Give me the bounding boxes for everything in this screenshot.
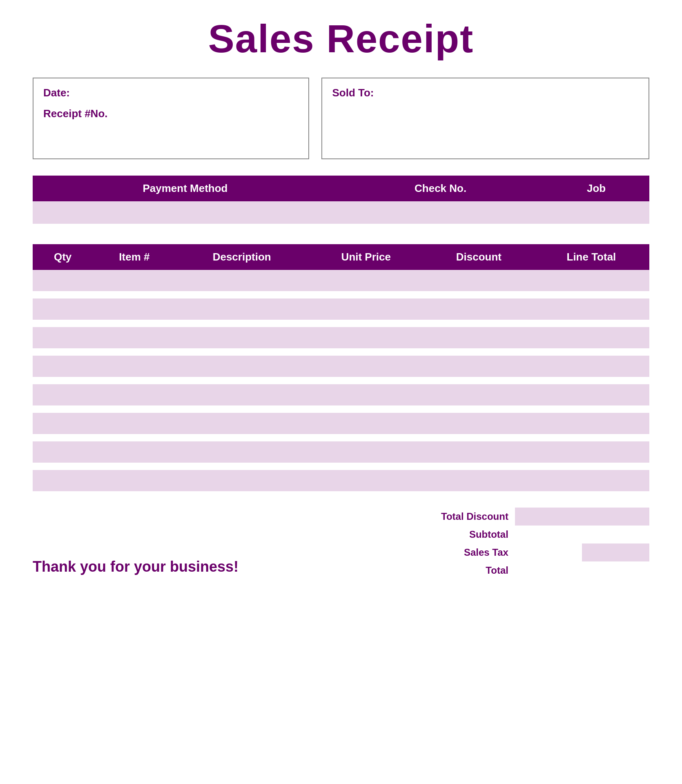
table-cell <box>93 270 176 291</box>
table-cell <box>176 270 308 291</box>
items-table: Qty Item # Description Unit Price Discou… <box>33 244 649 491</box>
subtotal-label: Subtotal <box>437 526 515 543</box>
subtotal-value <box>582 526 649 543</box>
table-row <box>33 298 649 320</box>
table-cell <box>424 413 533 434</box>
table-cell <box>176 327 308 348</box>
line-total-header: Line Total <box>533 244 649 270</box>
table-cell <box>533 327 649 348</box>
table-cell <box>533 413 649 434</box>
table-cell <box>533 384 649 405</box>
table-cell <box>176 384 308 405</box>
table-cell <box>533 298 649 320</box>
table-cell <box>424 270 533 291</box>
date-receipt-box: Date: Receipt #No. <box>33 78 309 159</box>
spacer-row <box>33 348 649 356</box>
table-cell <box>533 356 649 377</box>
sales-tax-value <box>582 543 649 561</box>
table-cell <box>308 327 424 348</box>
table-cell <box>176 413 308 434</box>
table-cell <box>93 384 176 405</box>
table-cell <box>308 356 424 377</box>
unit-price-header: Unit Price <box>308 244 424 270</box>
spacer-cell <box>33 434 649 441</box>
spacer-row <box>33 434 649 441</box>
table-cell <box>33 384 93 405</box>
table-cell <box>93 441 176 463</box>
table-row <box>33 441 649 463</box>
payment-table: Payment Method Check No. Job <box>33 176 649 224</box>
table-cell <box>93 470 176 491</box>
table-cell <box>533 441 649 463</box>
table-cell <box>93 356 176 377</box>
spacer-cell <box>33 405 649 413</box>
table-row <box>33 413 649 434</box>
sold-to-box: Sold To: <box>321 78 649 159</box>
spacer-row <box>33 377 649 384</box>
payment-method-header: Payment Method <box>33 176 338 201</box>
table-cell <box>533 470 649 491</box>
description-header: Description <box>176 244 308 270</box>
table-cell <box>33 298 93 320</box>
date-label: Date: <box>43 87 299 99</box>
spacer-cell <box>33 291 649 298</box>
table-cell <box>93 327 176 348</box>
summary-table: Total Discount Subtotal Sales Tax Total <box>437 508 649 579</box>
table-cell <box>533 270 649 291</box>
table-cell <box>424 356 533 377</box>
table-cell <box>176 298 308 320</box>
qty-header: Qty <box>33 244 93 270</box>
item-num-header: Item # <box>93 244 176 270</box>
spacer-row <box>33 291 649 298</box>
spacer-cell <box>33 463 649 470</box>
job-header: Job <box>543 176 649 201</box>
table-row <box>33 356 649 377</box>
total-discount-value <box>515 508 582 526</box>
discount-header: Discount <box>424 244 533 270</box>
table-cell <box>424 384 533 405</box>
table-cell <box>176 470 308 491</box>
table-cell <box>308 270 424 291</box>
total-value <box>582 561 649 579</box>
total-row: Total <box>437 561 649 579</box>
spacer-cell <box>33 377 649 384</box>
table-cell <box>424 327 533 348</box>
table-row <box>33 384 649 405</box>
table-cell <box>308 298 424 320</box>
table-cell <box>308 384 424 405</box>
table-cell <box>33 270 93 291</box>
table-cell <box>176 356 308 377</box>
table-cell <box>33 441 93 463</box>
check-no-cell <box>338 201 543 224</box>
items-header-row: Qty Item # Description Unit Price Discou… <box>33 244 649 270</box>
sales-tax-row: Sales Tax <box>437 543 649 561</box>
total-label: Total <box>437 561 515 579</box>
summary-section: Thank you for your business! Total Disco… <box>33 508 649 579</box>
table-cell <box>424 441 533 463</box>
total-discount-value2 <box>582 508 649 526</box>
table-cell <box>33 470 93 491</box>
spacer-row <box>33 320 649 327</box>
sold-to-label: Sold To: <box>332 87 639 99</box>
table-row <box>33 270 649 291</box>
spacer-cell <box>33 320 649 327</box>
total-spacer <box>515 561 582 579</box>
spacer-row <box>33 463 649 470</box>
total-discount-row: Total Discount <box>437 508 649 526</box>
payment-header-row: Payment Method Check No. Job <box>33 176 649 201</box>
table-cell <box>33 327 93 348</box>
table-cell <box>33 356 93 377</box>
thank-you-message: Thank you for your business! <box>33 558 238 579</box>
table-cell <box>424 470 533 491</box>
subtotal-spacer <box>515 526 582 543</box>
payment-data-row <box>33 201 649 224</box>
spacer-row <box>33 405 649 413</box>
table-cell <box>93 413 176 434</box>
sales-tax-spacer <box>515 543 582 561</box>
top-info-section: Date: Receipt #No. Sold To: <box>33 78 649 159</box>
table-cell <box>176 441 308 463</box>
table-cell <box>33 413 93 434</box>
job-cell <box>543 201 649 224</box>
spacer-cell <box>33 348 649 356</box>
total-discount-label: Total Discount <box>437 508 515 526</box>
